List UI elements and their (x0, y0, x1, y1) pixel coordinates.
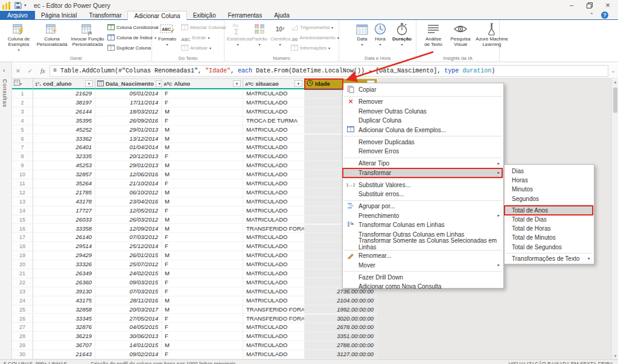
row-number[interactable]: 29 (12, 341, 33, 350)
row-number[interactable]: 18 (12, 242, 33, 251)
cell-cod_aluno[interactable]: 26360 (33, 278, 95, 287)
ribbon-button-estatisticas[interactable]: X̄σΣEstatísticas▾ (227, 22, 249, 54)
cell-situacao[interactable]: MATRICULADO (243, 323, 305, 332)
help-icon[interactable]: ? (601, 11, 608, 19)
ribbon-button-coluna-personalizada[interactable]: **ColunaPersonalizada (36, 22, 68, 54)
ribbon-button-coluna-condicional[interactable]: Coluna Condicional (107, 22, 152, 33)
cell-situacao[interactable]: MATRICULADO (243, 242, 305, 251)
cell-data_nascimento[interactable]: 07/03/2015 (95, 287, 162, 296)
cell-cod_aluno[interactable]: 39130 (33, 287, 95, 296)
cell-data_nascimento[interactable]: 21/10/2014 (95, 179, 162, 188)
ribbon-button-formato[interactable]: ABCFormato▾ (156, 22, 179, 54)
cell-situacao[interactable]: TROCA DE TURMA (243, 117, 305, 126)
scroll-up-icon[interactable]: ▲ (612, 80, 618, 84)
cell-aluno[interactable]: M (162, 341, 243, 350)
ribbon-button-duracao[interactable]: Duração▾ (390, 22, 414, 54)
menu-item-adicionar-como-nova-consulta[interactable]: Adicionar como Nova Consulta (343, 282, 503, 291)
cell-aluno[interactable]: F (162, 233, 243, 242)
cell-situacao[interactable]: MATRICULADO (243, 126, 305, 135)
save-icon[interactable] (14, 1, 22, 10)
cell-data_nascimento[interactable]: 25/07/2012 (95, 260, 162, 269)
row-number[interactable]: 7 (12, 143, 33, 152)
row-number[interactable]: 20 (12, 260, 33, 269)
ribbon-button-mesclar-colunas[interactable]: Mesclar Colunas (181, 22, 225, 33)
scroll-down-icon[interactable]: ▼ (612, 354, 618, 358)
menu-item-minutos[interactable]: Minutos (505, 185, 594, 194)
cell-aluno[interactable]: F (162, 350, 243, 359)
filter-dropdown-icon[interactable]: ▼ (233, 80, 241, 87)
cell-data_nascimento[interactable]: 09/03/2015 (95, 278, 162, 287)
cell-situacao[interactable]: MATRICULADO (243, 170, 305, 179)
cell-data_nascimento[interactable]: 26/01/2015 (95, 251, 162, 260)
cell-cod_aluno[interactable]: 33358 (33, 225, 95, 234)
cell-cod_aluno[interactable]: 26144 (33, 107, 95, 117)
row-number[interactable]: 6 (12, 135, 33, 144)
cell-cod_aluno[interactable]: 17727 (33, 206, 95, 216)
vertical-scrollbar[interactable]: ▲ ▼ (611, 79, 618, 359)
menu-item-total-de-minutos[interactable]: Total de Minutos (505, 233, 594, 242)
cell-aluno[interactable]: M (162, 225, 243, 234)
cell-situacao[interactable]: MATRICULADO (243, 251, 305, 260)
cell-aluno[interactable]: F (162, 242, 243, 251)
cell-situacao[interactable]: MATRICULADO (243, 197, 305, 206)
cell-data_nascimento[interactable]: 12/09/2014 (95, 225, 162, 234)
tab-ajuda[interactable]: Ajuda (268, 11, 296, 20)
cell-idade[interactable]: 3127.00:00:00 (305, 350, 377, 359)
row-number[interactable]: 17 (12, 233, 33, 242)
ribbon-button-duplicar-coluna[interactable]: Duplicar Coluna (107, 43, 152, 53)
status-profile-info[interactable]: Criação de perfil de coluna com base nas… (91, 361, 236, 364)
cell-situacao[interactable]: MATRICULADO (243, 206, 305, 216)
ribbon-button-analise-de-texto[interactable]: Análisede Texto (420, 22, 447, 54)
row-number[interactable]: 8 (12, 152, 33, 161)
menu-item-preenchimento[interactable]: Preenchimento▸ (343, 211, 503, 220)
cell-situacao[interactable]: MATRICULADO (243, 233, 305, 242)
cell-aluno[interactable]: F (162, 332, 243, 341)
cell-situacao[interactable]: MATRICULADO (243, 341, 305, 350)
cell-data_nascimento[interactable]: 17/11/2014 (95, 98, 162, 107)
cell-data_nascimento[interactable]: 23/04/2016 (95, 197, 162, 206)
cell-aluno[interactable]: M (162, 161, 243, 170)
menu-item-remover-erros[interactable]: Remover Erros (343, 147, 503, 156)
cell-cod_aluno[interactable]: 32858 (33, 305, 95, 315)
column-header-aluno[interactable]: AᴮCAluno▼ (162, 79, 243, 89)
cell-aluno[interactable]: F (162, 287, 243, 296)
menu-item-transformar[interactable]: Transformar▸ (343, 168, 503, 177)
row-number[interactable]: 26 (12, 315, 33, 324)
menu-item-substituir-valores[interactable]: 1→2Substituir Valores... (343, 180, 503, 190)
close-icon[interactable]: × (599, 0, 617, 11)
cell-cod_aluno[interactable]: 33345 (33, 315, 95, 324)
menu-item-adicionar-coluna-de-exemplos[interactable]: Adicionar Coluna de Exemplos... (343, 125, 503, 134)
cell-aluno[interactable]: M (162, 188, 243, 197)
row-number[interactable]: 23 (12, 287, 33, 296)
row-number[interactable]: 30 (12, 350, 33, 359)
row-number[interactable]: 5 (12, 126, 33, 135)
cell-data_nascimento[interactable]: 04/05/2015 (95, 323, 162, 332)
ribbon-button-coluna-de-indice[interactable]: Coluna de Índice▾ (107, 33, 152, 43)
cell-situacao[interactable]: MATRICULADO (243, 143, 305, 152)
menu-item-fazer-drill-down[interactable]: Fazer Drill Down (343, 273, 503, 282)
select-all-header[interactable]: ▾ (12, 79, 33, 89)
cell-cod_aluno[interactable]: 43175 (33, 296, 95, 305)
cell-cod_aluno[interactable]: 33362 (33, 135, 95, 144)
cell-data_nascimento[interactable]: 25/12/2014 (95, 242, 162, 251)
cell-situacao[interactable]: MATRICULADO (243, 188, 305, 197)
cell-data_nascimento[interactable]: 09/02/2014 (95, 350, 162, 359)
cell-cod_aluno[interactable]: 35264 (33, 179, 95, 188)
formula-cancel-icon[interactable]: ✕ (12, 68, 24, 74)
cell-situacao[interactable]: TRANSFERIDO FORA (243, 315, 305, 324)
cell-situacao[interactable]: MATRICULADO (243, 332, 305, 341)
cell-data_nascimento[interactable]: 13/12/2014 (95, 135, 162, 144)
cell-cod_aluno[interactable]: 26033 (33, 216, 95, 225)
menu-item-mover[interactable]: Mover▸ (343, 260, 503, 269)
minimize-icon[interactable]: – (562, 0, 581, 11)
expand-queries-icon[interactable]: › (3, 67, 5, 74)
row-number[interactable]: 22 (12, 278, 33, 287)
column-header-data_nascimento[interactable]: Data_Nascimento▼ (95, 79, 162, 89)
cell-cod_aluno[interactable]: 35395 (33, 117, 95, 126)
cell-aluno[interactable]: F (162, 315, 243, 324)
row-number[interactable]: 16 (12, 225, 33, 234)
cell-data_nascimento[interactable]: 29/01/2013 (95, 161, 162, 170)
menu-item-agrupar-por[interactable]: Agrupar por... (343, 202, 503, 211)
ribbon-button-cientifico[interactable]: 10²Científico▾ (270, 22, 290, 54)
cell-cod_aluno[interactable]: 36219 (33, 332, 95, 341)
